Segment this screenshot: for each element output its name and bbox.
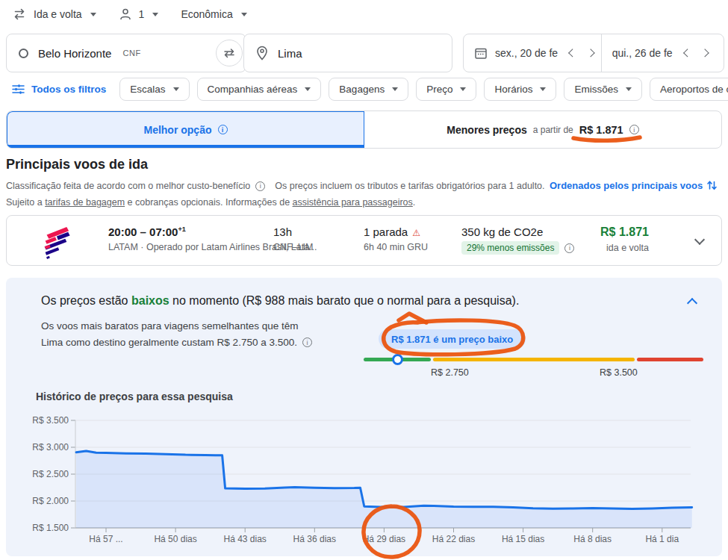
info-icon[interactable] bbox=[218, 125, 228, 134]
filter-chip-emissions[interactable]: Emissões bbox=[564, 78, 642, 101]
price-range-indicator bbox=[364, 358, 703, 362]
departure-date-field[interactable]: sex., 20 de fe bbox=[464, 34, 601, 72]
tab-best-option[interactable]: Melhor opção bbox=[7, 111, 364, 148]
stopover-detail: 6h 40 min GRU bbox=[364, 242, 428, 252]
current-price-marker bbox=[392, 354, 403, 365]
calendar-icon bbox=[474, 46, 488, 60]
svg-text:Há 50 dias: Há 50 dias bbox=[154, 534, 196, 544]
destination-city: Lima bbox=[278, 47, 302, 60]
ranking-info-text: Classificação feita de acordo com o melh… bbox=[6, 181, 250, 191]
emissions-row: 29% menos emissões bbox=[461, 241, 574, 255]
info-icon[interactable] bbox=[255, 181, 265, 191]
trip-type-note: ida e volta bbox=[600, 243, 649, 253]
legal-text: . bbox=[413, 197, 415, 208]
price-info-text: Os preços incluem os tributos e tarifas … bbox=[275, 181, 544, 191]
chevron-down-icon bbox=[90, 13, 96, 16]
info-icon[interactable] bbox=[302, 337, 312, 347]
swap-arrows-icon bbox=[222, 46, 237, 60]
destination-field[interactable]: Lima bbox=[243, 34, 452, 72]
sort-label: Ordenados pelos principais voos bbox=[550, 180, 703, 191]
chip-label: Preço bbox=[426, 84, 452, 95]
all-filters-label: Todos os filtros bbox=[31, 84, 106, 95]
range-low-label: R$ 2.750 bbox=[431, 367, 469, 378]
svg-text:Há 57 ...: Há 57 ... bbox=[89, 534, 122, 544]
return-date-field[interactable]: qui., 26 de fe bbox=[602, 34, 724, 72]
filter-chip-bags[interactable]: Bagagens bbox=[329, 78, 408, 101]
warning-icon bbox=[412, 228, 420, 238]
price-history-chart: R$ 3.500R$ 3.000R$ 2.500R$ 2.000R$ 1.500… bbox=[0, 411, 728, 560]
passengers-dropdown[interactable]: 1 bbox=[119, 7, 159, 21]
tune-sliders-icon bbox=[12, 83, 25, 96]
person-icon bbox=[119, 7, 132, 21]
chevron-down-icon bbox=[460, 87, 466, 91]
chevron-down-icon bbox=[540, 87, 546, 91]
chip-label: Emissões bbox=[574, 84, 618, 95]
departure-date-next-button[interactable] bbox=[586, 49, 594, 57]
svg-text:Há 8 dias: Há 8 dias bbox=[573, 534, 612, 544]
svg-text:Há 36 dias: Há 36 dias bbox=[293, 534, 336, 544]
legal-line: Sujeito a tarifas de bagagem e cobranças… bbox=[6, 197, 415, 208]
departure-date-value: sex., 20 de fe bbox=[495, 47, 558, 59]
chevron-down-icon bbox=[305, 87, 311, 91]
return-date-prev-button[interactable] bbox=[683, 49, 691, 57]
svg-text:Há 1 dia: Há 1 dia bbox=[645, 534, 679, 544]
passenger-count: 1 bbox=[139, 8, 145, 20]
svg-text:Há 29 dias: Há 29 dias bbox=[363, 534, 405, 544]
range-high-label: R$ 3.500 bbox=[600, 367, 638, 378]
passenger-assistance-link[interactable]: assistência para passageiros bbox=[293, 197, 413, 208]
info-icon[interactable] bbox=[629, 125, 639, 134]
price-insights-headline: Os preços estão baixos no momento (R$ 98… bbox=[41, 294, 519, 308]
filter-chip-times[interactable]: Horários bbox=[484, 78, 556, 101]
info-icon[interactable] bbox=[564, 243, 574, 253]
chip-label: Aeroportos de con bbox=[660, 84, 728, 95]
date-range-box: sex., 20 de fe qui., 26 de fe bbox=[463, 34, 724, 72]
price-tabs: Melhor opção Menores preços a partir de … bbox=[6, 111, 722, 149]
duration-column: 13h CNF–LIM bbox=[273, 225, 313, 252]
flight-duration: 13h bbox=[273, 225, 313, 238]
stops-column: 1 parada 6h 40 min GRU bbox=[364, 225, 428, 252]
legal-text: e cobranças opcionais. Informações de bbox=[125, 197, 292, 208]
all-filters-button[interactable]: Todos os filtros bbox=[6, 83, 112, 96]
chevron-down-icon bbox=[241, 13, 247, 16]
chevron-down-icon bbox=[173, 87, 179, 91]
filter-chip-airlines[interactable]: Companhias aéreas bbox=[197, 78, 322, 101]
flight-result-card[interactable]: 20:00 – 07:00+1 LATAM · Operado por Lata… bbox=[6, 215, 722, 266]
emissions-badge: 29% menos emissões bbox=[461, 241, 559, 255]
google-flights-results-page: Ida e volta 1 Econômica Belo Horizonte C… bbox=[0, 0, 728, 560]
tab-cheapest-price[interactable]: Menores preços a partir de R$ 1.871 bbox=[364, 111, 721, 148]
return-date-next-button[interactable] bbox=[701, 49, 709, 57]
price-column: R$ 1.871 ida e volta bbox=[600, 225, 649, 253]
departure-date-prev-button[interactable] bbox=[568, 49, 576, 57]
sort-by-button[interactable]: Ordenados pelos principais voos bbox=[550, 179, 718, 191]
emissions-column: 350 kg de CO2e 29% menos emissões bbox=[461, 225, 574, 255]
chevron-down-icon bbox=[626, 87, 632, 91]
cheapest-price: R$ 1.871 bbox=[579, 124, 623, 136]
svg-text:R$ 2.500: R$ 2.500 bbox=[32, 469, 69, 479]
round-trip-arrows-icon bbox=[12, 7, 27, 22]
filter-chip-connecting-airports[interactable]: Aeroportos de con bbox=[650, 78, 728, 101]
baggage-fees-link[interactable]: tarifas de bagagem bbox=[45, 197, 125, 208]
best-tab-label: Melhor opção bbox=[143, 124, 211, 136]
trip-options-bar: Ida e volta 1 Econômica bbox=[12, 7, 247, 22]
chip-label: Companhias aéreas bbox=[208, 84, 298, 95]
swap-origin-destination-button[interactable] bbox=[216, 40, 243, 66]
co2-amount: 350 kg de CO2e bbox=[461, 225, 574, 238]
insights-body-line2: Lima como destino geralmente custam R$ 2… bbox=[41, 337, 312, 348]
chip-label: Escalas bbox=[130, 84, 165, 95]
price-history-title: Histórico de preços para essa pesquisa bbox=[36, 391, 233, 402]
slider-typical-segment bbox=[433, 358, 635, 361]
typical-range-text: Lima como destino geralmente custam R$ 2… bbox=[41, 337, 297, 348]
expand-flight-button[interactable] bbox=[694, 234, 705, 245]
origin-field[interactable]: Belo Horizonte CNF bbox=[6, 34, 246, 72]
stops-count: 1 parada bbox=[364, 225, 428, 238]
headline-text: Os preços estão bbox=[41, 294, 131, 307]
trip-type-dropdown[interactable]: Ida e volta bbox=[12, 7, 96, 22]
svg-text:R$ 1.500: R$ 1.500 bbox=[32, 523, 69, 533]
cabin-class-dropdown[interactable]: Econômica bbox=[181, 8, 246, 20]
filter-chip-price[interactable]: Preço bbox=[416, 78, 476, 101]
results-info-line: Classificação feita de acordo com o melh… bbox=[6, 181, 545, 191]
insights-body-line1: Os voos mais baratos para viagens semelh… bbox=[41, 320, 298, 332]
origin-circle-icon bbox=[19, 49, 28, 58]
filter-chip-stops[interactable]: Escalas bbox=[119, 78, 189, 101]
results-section-title: Principais voos de ida bbox=[6, 157, 148, 172]
